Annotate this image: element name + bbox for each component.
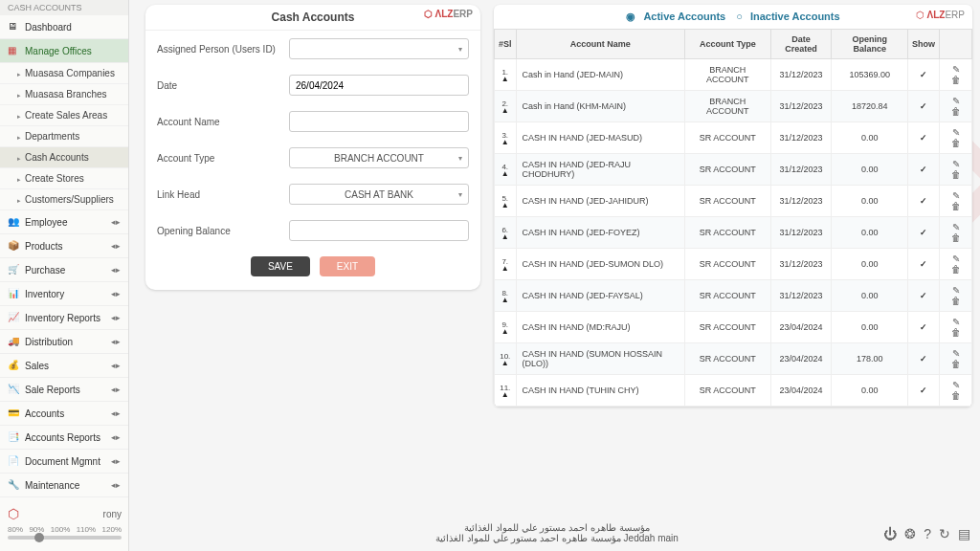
nav-item[interactable]: 📉Sale Reports◂▸ xyxy=(0,378,128,402)
globe-icon[interactable]: ❂ xyxy=(904,526,916,541)
label-date: Date xyxy=(157,80,281,91)
cell-sl: 10. xyxy=(495,343,517,375)
table-row[interactable]: 5.CASH IN HAND (JED-JAHIDUR)SR ACCOUNT31… xyxy=(495,186,972,217)
select-link-head[interactable]: CASH AT BANK xyxy=(289,184,469,205)
input-account-name[interactable] xyxy=(289,111,469,132)
delete-icon[interactable]: 🗑 xyxy=(951,359,961,369)
col-header[interactable]: Show xyxy=(908,30,940,59)
sub-item[interactable]: ▸Customers/Suppliers xyxy=(0,189,128,210)
radio-inactive-icon[interactable]: ○ xyxy=(736,11,743,22)
chevron-icon: ◂▸ xyxy=(111,408,121,418)
menu-icon[interactable]: ▤ xyxy=(958,526,970,541)
col-header[interactable]: Date Created xyxy=(770,30,832,59)
zoom-slider[interactable] xyxy=(8,536,122,540)
edit-icon[interactable]: ✎ xyxy=(952,159,960,169)
edit-icon[interactable]: ✎ xyxy=(952,348,960,359)
exit-button[interactable]: EXIT xyxy=(320,256,375,276)
label-link-head: Link Head xyxy=(157,189,281,200)
nav-item[interactable]: 👥Employee◂▸ xyxy=(0,210,128,234)
edit-icon[interactable]: ✎ xyxy=(952,190,960,201)
col-header[interactable]: Opening Balance xyxy=(832,30,908,59)
cell-actions: ✎🗑 xyxy=(940,280,972,312)
table-row[interactable]: 3.CASH IN HAND (JED-MASUD)SR ACCOUNT31/1… xyxy=(495,122,972,154)
edit-icon[interactable]: ✎ xyxy=(952,253,960,264)
cell-actions: ✎🗑 xyxy=(940,186,972,217)
nav-item[interactable]: 📊Inventory◂▸ xyxy=(0,282,128,306)
cell-show: ✓ xyxy=(908,280,940,312)
delete-icon[interactable]: 🗑 xyxy=(951,264,961,275)
radio-active-icon[interactable]: ◉ xyxy=(626,11,635,22)
slider-thumb[interactable] xyxy=(34,533,44,542)
accounts-table: #SlAccount NameAccount TypeDate CreatedO… xyxy=(494,29,972,407)
cell-show: ✓ xyxy=(908,217,940,249)
edit-icon[interactable]: ✎ xyxy=(952,317,960,327)
table-row[interactable]: 6.CASH IN HAND (JED-FOYEZ)SR ACCOUNT31/1… xyxy=(495,217,972,249)
table-row[interactable]: 2.Cash in Hand (KHM-MAIN)BRANCH ACCOUNT3… xyxy=(495,91,972,122)
edit-icon[interactable]: ✎ xyxy=(952,285,960,296)
cell-date: 31/12/2023 xyxy=(770,91,832,122)
account-filter-radios[interactable]: ◉Active Accounts ○Inactive Accounts xyxy=(622,11,843,23)
delete-icon[interactable]: 🗑 xyxy=(951,232,961,243)
delete-icon[interactable]: 🗑 xyxy=(951,106,961,117)
sub-item[interactable]: ▸Create Stores xyxy=(0,168,128,189)
cell-sl: 5. xyxy=(495,186,517,217)
delete-icon[interactable]: 🗑 xyxy=(951,138,961,148)
input-date[interactable] xyxy=(289,75,469,96)
nav-item[interactable]: 📄Document Mgmnt◂▸ xyxy=(0,450,128,474)
nav-item[interactable]: 📦Products◂▸ xyxy=(0,234,128,258)
cell-balance: 0.00 xyxy=(832,249,908,280)
nav-item[interactable]: 📈Inventory Reports◂▸ xyxy=(0,306,128,330)
delete-icon[interactable]: 🗑 xyxy=(951,75,961,85)
table-row[interactable]: 9.CASH IN HAND (MD:RAJU)SR ACCOUNT23/04/… xyxy=(495,312,972,343)
edit-icon[interactable]: ✎ xyxy=(952,222,960,232)
nav-icon: 📑 xyxy=(8,431,19,443)
nav-manage-offices[interactable]: ▦ Manage Offices xyxy=(0,39,128,63)
nav-dashboard[interactable]: 🖥 Dashboard xyxy=(0,15,128,39)
table-row[interactable]: 8.CASH IN HAND (JED-FAYSAL)SR ACCOUNT31/… xyxy=(495,280,972,312)
delete-icon[interactable]: 🗑 xyxy=(951,296,961,306)
table-row[interactable]: 11.CASH IN HAND (TUHIN CHY)SR ACCOUNT23/… xyxy=(495,375,972,407)
col-header[interactable]: #Sl xyxy=(495,30,517,59)
delete-icon[interactable]: 🗑 xyxy=(951,390,961,401)
input-assigned[interactable] xyxy=(289,38,469,59)
cell-date: 23/04/2024 xyxy=(770,312,832,343)
table-row[interactable]: 1.Cash in Hand (JED-MAIN)BRANCH ACCOUNT3… xyxy=(495,59,972,91)
select-account-type[interactable]: BRANCH ACCOUNT xyxy=(289,147,469,168)
delete-icon[interactable]: 🗑 xyxy=(951,169,961,180)
sub-item[interactable]: ▸Departments xyxy=(0,126,128,147)
nav-item[interactable]: 💰Sales◂▸ xyxy=(0,354,128,378)
cell-balance: 0.00 xyxy=(832,375,908,407)
col-header[interactable]: Account Name xyxy=(516,30,684,59)
table-row[interactable]: 10.CASH IN HAND (SUMON HOSSAIN (DLO))SR … xyxy=(495,343,972,375)
power-icon[interactable]: ⏻ xyxy=(883,526,897,541)
nav-item[interactable]: 🚚Distribution◂▸ xyxy=(0,330,128,354)
sub-item[interactable]: ▸Create Sales Areas xyxy=(0,105,128,126)
chevron-icon: ◂▸ xyxy=(111,456,121,466)
nav-item[interactable]: 🛒Purchase◂▸ xyxy=(0,258,128,282)
edit-icon[interactable]: ✎ xyxy=(952,96,960,106)
save-button[interactable]: SAVE xyxy=(251,256,310,276)
delete-icon[interactable]: 🗑 xyxy=(951,201,961,211)
nav-item[interactable]: 💳Accounts◂▸ xyxy=(0,402,128,426)
sub-item[interactable]: ▸Muasasa Companies xyxy=(0,63,128,84)
delete-icon[interactable]: 🗑 xyxy=(951,327,961,338)
chevron-icon: ◂▸ xyxy=(111,361,121,370)
input-opening[interactable] xyxy=(289,220,469,241)
table-row[interactable]: 4.CASH IN HAND (JED-RAJU CHODHURY)SR ACC… xyxy=(495,154,972,186)
edit-icon[interactable]: ✎ xyxy=(952,127,960,138)
nav-item[interactable]: 📑Accounts Reports◂▸ xyxy=(0,426,128,450)
radio-active-label: Active Accounts xyxy=(643,11,725,22)
edit-icon[interactable]: ✎ xyxy=(952,64,960,75)
check-icon: ✓ xyxy=(920,259,927,269)
table-row[interactable]: 7.CASH IN HAND (JED-SUMON DLO)SR ACCOUNT… xyxy=(495,249,972,280)
chevron-icon: ◂▸ xyxy=(111,432,121,442)
col-header[interactable]: Account Type xyxy=(684,30,770,59)
help-icon[interactable]: ? xyxy=(924,526,931,541)
refresh-icon[interactable]: ↻ xyxy=(939,526,950,541)
cell-date: 31/12/2023 xyxy=(770,59,832,91)
nav-item[interactable]: 🔧Maintenance◂▸ xyxy=(0,474,128,497)
edit-icon[interactable]: ✎ xyxy=(952,380,960,390)
sub-item[interactable]: ▸Muasasa Branches xyxy=(0,84,128,105)
sub-item[interactable]: ▸Cash Accounts xyxy=(0,147,128,168)
cell-show: ✓ xyxy=(908,375,940,407)
